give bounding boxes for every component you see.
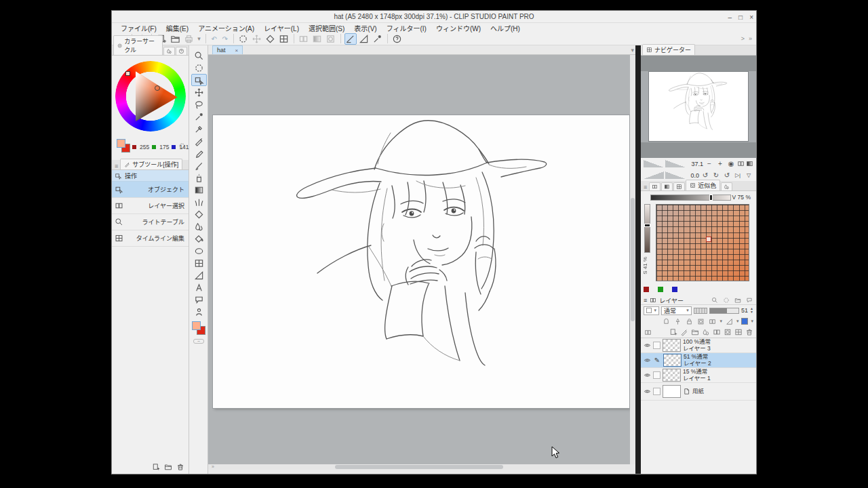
fill-button[interactable]	[264, 33, 277, 45]
menu-filter[interactable]: フィルター(I)	[382, 23, 431, 33]
tool-pen[interactable]	[191, 135, 207, 147]
layer3-thumbnail[interactable]	[663, 339, 681, 352]
menu-edit[interactable]: 編集(E)	[161, 23, 193, 33]
tool-operation[interactable]	[191, 74, 207, 86]
tool-eraser[interactable]	[191, 208, 207, 220]
paper-visibility-eye-icon[interactable]	[643, 388, 651, 396]
title-bar[interactable]: hat (A5 2480 x 1748px 300dpi 37.1%) - CL…	[112, 11, 756, 23]
tool-zoom[interactable]	[191, 49, 207, 62]
print-caret-icon[interactable]: ▾	[196, 35, 202, 42]
transfer-to-lower-button[interactable]	[701, 328, 710, 337]
swap-color-icon[interactable]: ~	[193, 339, 204, 344]
new-vector-layer-button[interactable]	[679, 328, 688, 337]
texture-slider[interactable]	[694, 308, 707, 314]
layer-menu-icon[interactable]: ≡	[644, 297, 647, 304]
dock-gutter[interactable]	[635, 45, 641, 474]
snap-ruler-button[interactable]	[344, 33, 357, 45]
layer-color-swatch[interactable]	[741, 318, 748, 325]
rotate-slider[interactable]	[644, 171, 664, 179]
value-slider[interactable]	[650, 195, 731, 201]
tab-subtool[interactable]: サブツール[操作]	[120, 159, 182, 169]
menu-window[interactable]: ウィンドウ(W)	[431, 23, 486, 33]
print-button[interactable]	[182, 33, 195, 45]
document-tab-hat[interactable]: hat ×	[212, 45, 243, 54]
color-wheel[interactable]	[115, 61, 186, 131]
set-ruler-button[interactable]	[725, 317, 734, 326]
opacity-spinner[interactable]: ▲ ▼	[750, 307, 753, 314]
layer-palette-option-3[interactable]	[745, 296, 753, 305]
tool-text[interactable]	[191, 281, 207, 293]
subtool-item-layer-select[interactable]: レイヤー選択	[112, 198, 189, 214]
navigator-thumbnail[interactable]	[649, 72, 748, 141]
ruler-range-caret-icon[interactable]: ▾	[719, 319, 722, 324]
registered-blue-swatch[interactable]	[672, 287, 677, 292]
tool-pencil[interactable]	[191, 147, 207, 159]
tool-balloon[interactable]	[191, 293, 207, 306]
tool-pan[interactable]	[191, 62, 207, 74]
maximize-button[interactable]: □	[738, 14, 743, 21]
expand-right-icon[interactable]: >	[740, 35, 746, 42]
tool-figure[interactable]	[191, 245, 207, 257]
tool-airbrush[interactable]	[191, 171, 207, 184]
tab-color-set[interactable]	[649, 182, 660, 190]
approx-menu-icon[interactable]: ≡	[642, 184, 648, 190]
layer1-visibility-eye-icon[interactable]	[643, 371, 651, 380]
rotate-ccw-icon[interactable]: ↺	[701, 171, 710, 180]
crop-button[interactable]	[251, 33, 263, 45]
zoom-out-icon[interactable]: −	[705, 159, 714, 168]
change-panel-button[interactable]	[644, 328, 652, 337]
subtool-group-operation[interactable]: 操作	[112, 170, 189, 182]
navigator-preview[interactable]	[641, 56, 756, 158]
lock-transparent-button[interactable]	[696, 317, 705, 326]
statusbar-collapse-icon[interactable]: »	[210, 464, 216, 470]
opacity-slider[interactable]	[709, 308, 739, 314]
layer-search-button[interactable]	[710, 296, 719, 305]
zoom-slider-2[interactable]	[665, 160, 686, 167]
minimize-button[interactable]: –	[728, 14, 732, 21]
paper-checkbox[interactable]	[653, 388, 660, 395]
palette-color-combo[interactable]: ▾	[644, 306, 659, 315]
tool-brush[interactable]	[191, 159, 207, 171]
strip-foreground-swatch[interactable]	[192, 321, 201, 330]
menu-layer[interactable]: レイヤー(L)	[259, 23, 304, 33]
paper-thumbnail[interactable]	[663, 385, 681, 398]
subtool-menu-icon[interactable]: ≡	[113, 163, 119, 169]
layer-palette-option-1[interactable]	[722, 296, 730, 305]
tab-close-icon[interactable]: ×	[235, 47, 239, 54]
tab-color-slider[interactable]	[163, 47, 175, 55]
layer-row-3[interactable]: 100 %通常 レイヤー 3	[641, 338, 756, 353]
close-button[interactable]: ×	[749, 14, 753, 21]
tab-list-caret-icon[interactable]: ▾	[629, 47, 635, 54]
layer2-thumbnail[interactable]	[663, 354, 682, 367]
zoom-slider[interactable]	[644, 160, 664, 167]
redo-button[interactable]: ↷	[220, 35, 230, 43]
transform-button[interactable]	[278, 33, 290, 45]
tool-auto-select[interactable]	[191, 110, 207, 123]
tool-blend[interactable]	[191, 220, 207, 232]
registered-red-swatch[interactable]	[644, 287, 649, 292]
snap-special-ruler-button[interactable]	[358, 33, 370, 45]
hue-selector[interactable]	[125, 71, 130, 76]
snap-guide-button[interactable]	[372, 33, 384, 45]
tool-frame[interactable]	[191, 257, 207, 269]
layer1-checkbox[interactable]	[653, 371, 660, 379]
tab-color-circle[interactable]: カラーサークル	[113, 35, 163, 55]
open-file-button[interactable]	[169, 33, 181, 45]
layer-color-caret-icon[interactable]: ▾	[736, 319, 739, 324]
tool-material[interactable]	[191, 306, 207, 318]
layer-row-1[interactable]: 15 %通常 レイヤー 1	[641, 368, 756, 383]
deselect-button[interactable]	[237, 33, 250, 45]
rotate-cw-icon[interactable]: ↻	[711, 171, 721, 180]
merge-down-button[interactable]	[712, 328, 721, 337]
tool-ruler[interactable]	[191, 269, 207, 281]
tool-move-layer[interactable]	[191, 86, 207, 98]
menu-file[interactable]: ファイル(F)	[116, 23, 161, 33]
sv-selector[interactable]	[155, 85, 160, 91]
canvas-page[interactable]	[213, 115, 629, 408]
menu-animation[interactable]: アニメーション(A)	[193, 23, 259, 33]
layer3-visibility-eye-icon[interactable]	[643, 342, 651, 350]
layer1-thumbnail[interactable]	[663, 369, 681, 382]
expand-right2-icon[interactable]: »	[747, 35, 753, 42]
tab-color-history[interactable]	[673, 182, 685, 190]
subtool-item-object[interactable]: オブジェクト	[112, 182, 189, 198]
